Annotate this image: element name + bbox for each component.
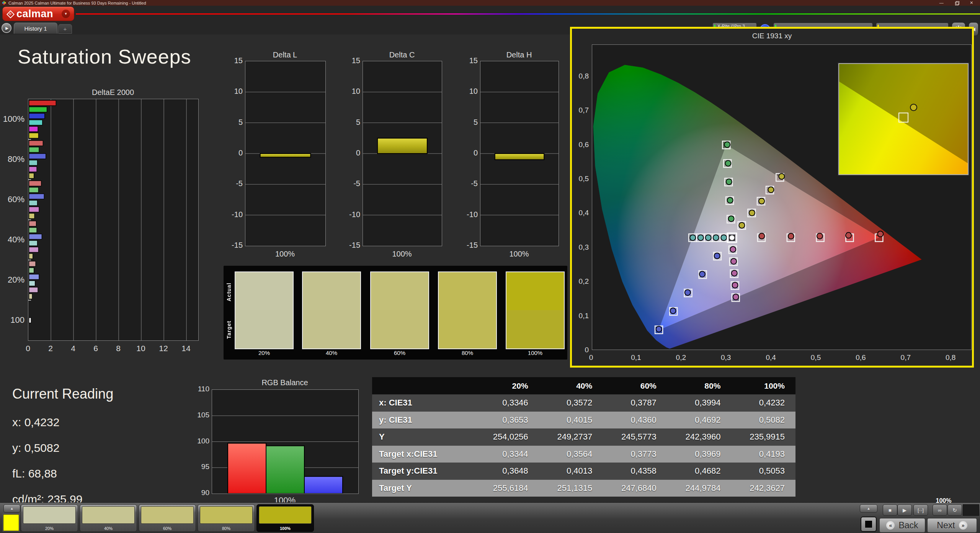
table-cell: 0,3969: [667, 446, 732, 463]
deltae-bar-40%-0: [29, 221, 36, 226]
table-cell: 251,1315: [539, 480, 603, 497]
table-cell: 235,9915: [731, 428, 795, 446]
delta_h-y-tick: 10: [459, 87, 478, 96]
pattern-window-button[interactable]: [861, 517, 877, 532]
cie-actual-cyan: [713, 235, 719, 240]
delta_l-x-label: 100%: [245, 250, 325, 258]
actual-target-swatch-panel[interactable]: Actual Target 20%40%60%80%100%: [224, 266, 567, 360]
cie-x-tick: 0,4: [761, 353, 781, 362]
back-arrows-icon: «: [886, 521, 895, 530]
play-button[interactable]: ▶: [897, 504, 912, 516]
cie-inset-actual-marker: [910, 104, 917, 111]
cie-actual-green: [726, 179, 732, 185]
pattern-button-100%[interactable]: 100%: [256, 504, 314, 532]
delta_l-y-tick: -5: [224, 179, 243, 188]
pattern-button-40%[interactable]: 40%: [80, 504, 137, 532]
cie-actual-green: [725, 160, 731, 166]
pattern-palette-expand-button[interactable]: ▲: [3, 504, 20, 513]
delta_c-x-label: 100%: [363, 250, 441, 258]
swatch-label-20%: 20%: [235, 350, 294, 356]
continuous-button[interactable]: ∞: [933, 504, 947, 516]
table-cell: 0,4360: [603, 412, 667, 429]
cie-white-point: [729, 235, 735, 240]
rgb-balance-chart[interactable]: RGB Balance 1101051009590100%: [0, 0, 0, 0]
rgb-balance-title: RGB Balance: [212, 378, 358, 387]
back-button[interactable]: « Back: [879, 518, 925, 533]
cie-y-tick: 0,5: [573, 175, 589, 183]
rgb-bar-green: [266, 446, 304, 494]
table-column-header-40%: 40%: [539, 377, 603, 394]
delta_c-y-tick: 5: [341, 118, 360, 127]
swatch-label-80%: 80%: [438, 350, 497, 356]
deltae-group-label: 80%: [0, 154, 24, 164]
table-cell: 0,3564: [539, 446, 603, 463]
deltae-bar-60%-3: [29, 200, 38, 206]
deltae-bar-100%-2: [29, 113, 45, 119]
minimize-icon[interactable]: —: [939, 1, 944, 5]
deltae-group-label: 40%: [0, 235, 24, 245]
rgb-y-tick: 110: [193, 385, 209, 393]
restore-icon[interactable]: [955, 1, 959, 5]
deltae-bar-20%-3: [29, 281, 35, 286]
delta_c-y-tick: 15: [341, 56, 360, 65]
delta_l-plot: [245, 61, 326, 246]
rgb-bar-blue: [304, 476, 343, 494]
cie-x-tick: 0,8: [941, 353, 960, 362]
swatch-100%: [506, 271, 565, 349]
table-cell: 0,4013: [539, 463, 603, 480]
cie-actual-magenta: [732, 270, 737, 276]
table-cell: 0,4692: [667, 412, 732, 429]
swatch-label-100%: 100%: [506, 350, 565, 356]
cie-actual-magenta: [733, 294, 739, 300]
pattern-button-label: 60%: [139, 526, 196, 531]
delta_c-y-tick: -5: [341, 179, 360, 188]
swatch-label-60%: 60%: [370, 350, 429, 356]
delta_l-y-tick: 5: [224, 118, 243, 127]
delta_c-plot: [363, 61, 442, 246]
swatch-20%: [235, 271, 294, 349]
table-row-label: x: CIE31: [372, 394, 475, 412]
deltae-bar-80%-3: [29, 160, 38, 165]
deltae-x-tick: 12: [156, 344, 171, 353]
cie-actual-blue: [656, 326, 662, 332]
delta_h-y-tick: 0: [459, 149, 478, 157]
cie-y-tick: 0,1: [573, 312, 589, 320]
current-reading-x: x: 0,4232: [12, 416, 59, 429]
current-pattern-color-chip: [3, 514, 19, 531]
next-button[interactable]: Next »: [927, 518, 977, 533]
cie-actual-blue: [699, 271, 705, 277]
deltae-bar-100-0: [29, 318, 31, 323]
delta-e-2000-chart[interactable]: DeltaE 2000 100%80%60%40%20%100024681012…: [0, 0, 230, 368]
table-cell: 0,4193: [731, 446, 795, 463]
current-reading-title: Current Reading: [12, 386, 113, 402]
delta_c-y-tick: 0: [341, 149, 360, 157]
stop-button[interactable]: ■: [883, 504, 897, 516]
cie-actual-red: [877, 231, 883, 237]
rgb-y-tick: 105: [193, 411, 209, 419]
delta_l-y-tick: -10: [224, 210, 243, 219]
pattern-swatch-80%: [200, 506, 253, 524]
deltae-bar-20%-5: [29, 294, 33, 299]
next-arrows-icon: »: [959, 521, 967, 530]
refresh-button[interactable]: ↻: [947, 504, 962, 516]
pattern-options-expand-button[interactable]: ▲: [860, 504, 877, 513]
pattern-button-80%[interactable]: 80%: [198, 504, 255, 532]
table-row-label: Target Y: [372, 480, 475, 497]
cie-actual-magenta: [730, 247, 736, 252]
interval-button[interactable]: [··]: [913, 504, 928, 516]
table-column-header-60%: 60%: [603, 377, 667, 394]
close-icon[interactable]: ×: [970, 1, 973, 5]
deltae-x-tick: 0: [20, 344, 36, 353]
cie-y-tick: 0,8: [573, 72, 589, 80]
delta_l-y-tick: 10: [224, 87, 243, 96]
pattern-button-60%[interactable]: 60%: [139, 504, 196, 532]
cie-actual-blue: [714, 253, 720, 259]
cie-actual-green: [727, 197, 733, 203]
delta-e-chart-title: DeltaE 2000: [28, 88, 198, 97]
rgb-y-tick: 90: [193, 489, 209, 497]
cie-1931-panel[interactable]: CIE 1931 xy 00,10,20,30,40,50,60,70,800,…: [570, 27, 974, 368]
deltae-bar-100%-5: [29, 133, 39, 138]
pattern-button-20%[interactable]: 20%: [21, 504, 78, 532]
cie-y-tick: 0,4: [573, 209, 589, 217]
deltae-bar-20%-4: [29, 287, 38, 293]
